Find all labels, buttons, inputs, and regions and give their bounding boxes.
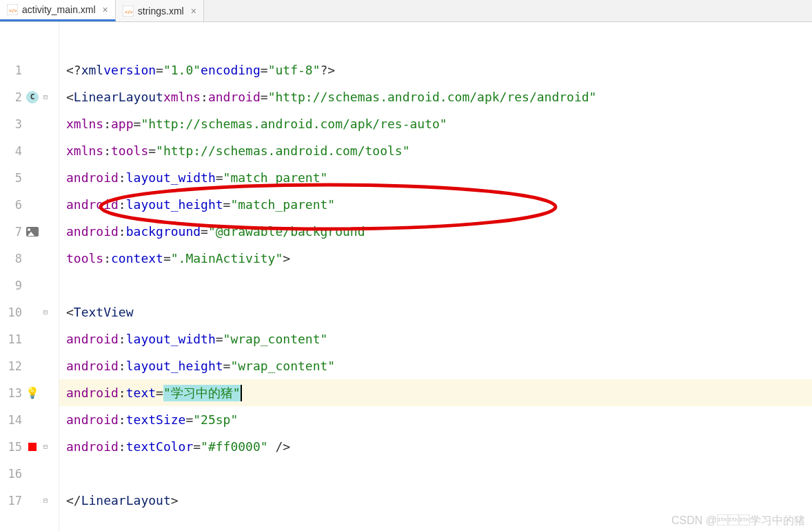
xml-file-icon: </> [7, 4, 18, 15]
code-line[interactable]: android:textSize="25sp" [59, 406, 812, 433]
line-number: 1 [0, 63, 25, 77]
gutter: 1 2C⊟ 3 4 5 6 7 8 9 10⊟ 11 12 13💡 14 15⊟… [0, 22, 59, 531]
code-line[interactable]: xmlns:tools="http://schemas.android.com/… [59, 137, 812, 164]
code-line[interactable]: android:background="@drawable/background… [59, 218, 812, 245]
line-number: 17 [0, 494, 25, 508]
code-line[interactable]: <TextView [59, 299, 812, 325]
line-number: 15 [0, 440, 25, 454]
tab-bar: </> activity_main.xml × </> strings.xml … [0, 0, 812, 22]
line-number: 8 [0, 252, 25, 266]
close-icon[interactable]: × [100, 4, 108, 15]
text-cursor [241, 385, 242, 401]
fold-icon[interactable]: ⊟ [40, 496, 51, 505]
svg-text:</>: </> [9, 8, 17, 14]
code-line[interactable]: <LinearLayout xmlns:android="http://sche… [59, 83, 812, 110]
line-number: 7 [0, 225, 25, 239]
tab-strings[interactable]: </> strings.xml × [116, 0, 204, 21]
line-number: 4 [0, 144, 25, 158]
svg-text:</>: </> [125, 9, 133, 15]
fold-icon[interactable]: ⊟ [40, 442, 51, 451]
line-number: 5 [0, 171, 25, 185]
lightbulb-icon[interactable]: 💡 [26, 386, 39, 399]
close-icon[interactable]: × [188, 6, 196, 17]
line-number: 6 [0, 198, 25, 212]
code-line[interactable]: </LinearLayout> [59, 487, 812, 514]
code-line[interactable]: android:layout_width="wrap_content" [59, 325, 812, 352]
editor[interactable]: 1 2C⊟ 3 4 5 6 7 8 9 10⊟ 11 12 13💡 14 15⊟… [0, 22, 812, 531]
color-swatch-icon[interactable] [28, 443, 37, 451]
code-line[interactable]: tools:context=".MainActivity"> [59, 245, 812, 272]
code-line[interactable]: android:layout_height="wrap_content" [59, 352, 812, 379]
class-badge-icon[interactable]: C [26, 91, 39, 103]
tab-label: activity_main.xml [22, 4, 96, 15]
code-area[interactable]: <?xml version="1.0" encoding="utf-8"?> <… [59, 22, 812, 531]
code-line[interactable]: xmlns:app="http://schemas.android.com/ap… [59, 110, 812, 137]
watermark: CSDN @学习中的猪 [671, 514, 805, 528]
image-icon[interactable] [26, 227, 39, 237]
line-number: 9 [0, 279, 25, 292]
code-line[interactable] [59, 272, 812, 299]
code-line[interactable]: android:layout_width="match_parent" [59, 164, 812, 191]
line-number: 2 [0, 90, 25, 104]
line-number: 11 [0, 332, 25, 346]
line-number: 16 [0, 467, 25, 481]
line-number: 13 [0, 386, 25, 400]
line-number: 14 [0, 413, 25, 427]
line-number: 12 [0, 359, 25, 373]
fold-icon[interactable]: ⊟ [40, 92, 51, 101]
fold-icon[interactable]: ⊟ [40, 308, 51, 317]
code-line-current[interactable]: android:text="学习中的猪" [59, 379, 812, 406]
code-line[interactable]: android:textColor="#ff0000" /> [59, 433, 812, 460]
code-line[interactable]: android:layout_height="match_parent" [59, 191, 812, 218]
code-line[interactable]: <?xml version="1.0" encoding="utf-8"?> [59, 57, 812, 83]
code-line[interactable] [59, 460, 812, 487]
tab-activity-main[interactable]: </> activity_main.xml × [0, 0, 116, 21]
xml-file-icon: </> [123, 6, 134, 17]
line-number: 10 [0, 305, 25, 319]
line-number: 3 [0, 117, 25, 131]
tab-label: strings.xml [138, 6, 184, 17]
